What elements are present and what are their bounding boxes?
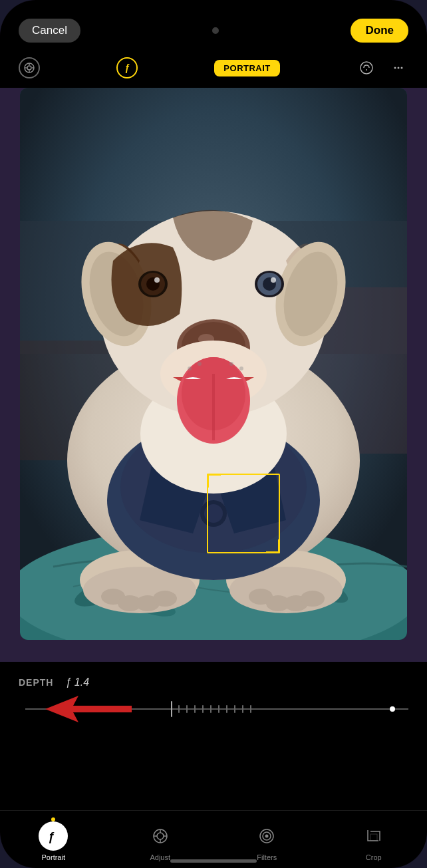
- bottom-panel: DEPTH ƒ 1.4: [0, 662, 427, 868]
- home-indicator: [170, 859, 257, 863]
- red-arrow: [45, 692, 132, 726]
- tick-4: [202, 705, 204, 713]
- photo-background: [20, 88, 407, 640]
- tick-7: [226, 705, 227, 713]
- svg-point-8: [394, 67, 396, 69]
- aperture-icon[interactable]: [19, 57, 40, 78]
- svg-marker-64: [45, 696, 132, 722]
- photo-area: [20, 88, 407, 640]
- tab-filters[interactable]: Filters: [243, 821, 290, 861]
- depth-label: DEPTH: [19, 677, 53, 688]
- f-portrait-icon[interactable]: ƒ: [116, 57, 138, 78]
- svg-point-9: [397, 67, 399, 69]
- svg-point-67: [157, 833, 164, 839]
- adjust-tab-label: Adjust: [150, 853, 170, 861]
- done-button[interactable]: Done: [351, 19, 408, 43]
- tick-5: [210, 705, 212, 713]
- cancel-button[interactable]: Cancel: [19, 19, 80, 43]
- tick-2: [186, 705, 188, 713]
- svg-point-6: [360, 62, 372, 74]
- adjust-icon: [152, 827, 169, 845]
- svg-point-1: [27, 66, 31, 70]
- svg-point-33: [301, 591, 325, 607]
- crop-tab-label: Crop: [366, 853, 382, 861]
- slider-ticks: [178, 705, 408, 713]
- filters-tab-label: Filters: [257, 853, 277, 861]
- mode-bar: ƒ PORTRAIT: [0, 48, 427, 88]
- filters-icon: [258, 827, 275, 845]
- mode-icons-right: [356, 58, 408, 78]
- svg-point-61: [198, 362, 202, 366]
- tick-9: [242, 705, 243, 713]
- depth-header: DEPTH ƒ 1.4: [19, 676, 408, 688]
- svg-point-60: [188, 366, 192, 370]
- svg-point-27: [153, 591, 177, 607]
- portrait-tab-indicator: [51, 817, 55, 821]
- svg-text:ƒ: ƒ: [48, 830, 55, 843]
- filters-tab-icon-wrap: [252, 821, 281, 851]
- tab-adjust[interactable]: Adjust: [137, 821, 184, 861]
- adjust-tab-icon-wrap: [146, 821, 175, 851]
- svg-point-62: [229, 362, 233, 366]
- tick-6: [218, 705, 219, 713]
- tab-portrait[interactable]: ƒ Portrait: [30, 821, 76, 861]
- svg-point-7: [366, 69, 367, 71]
- slider-center-mark: [171, 701, 172, 717]
- tab-crop[interactable]: Crop: [351, 821, 397, 861]
- tick-10: [250, 705, 251, 713]
- camera-dot: [212, 27, 219, 34]
- depth-value: ƒ 1.4: [65, 676, 89, 688]
- portrait-tab-icon-wrap: ƒ: [39, 821, 68, 851]
- phone-frame: Cancel Done ƒ PORTRAIT: [0, 0, 427, 868]
- tick-8: [234, 705, 235, 713]
- portrait-tab-label: Portrait: [42, 853, 65, 861]
- svg-rect-75: [370, 834, 377, 841]
- tick-3: [194, 705, 196, 713]
- portrait-badge[interactable]: PORTRAIT: [214, 60, 279, 76]
- crop-icon: [365, 827, 382, 845]
- svg-point-10: [400, 67, 402, 69]
- depth-slider[interactable]: [25, 699, 408, 719]
- edit-pen-icon[interactable]: [356, 58, 376, 78]
- svg-point-74: [265, 835, 269, 838]
- crop-tab-icon-wrap: [359, 821, 388, 851]
- slider-thumb: [390, 706, 395, 712]
- portrait-icon: ƒ: [45, 827, 62, 845]
- svg-point-47: [154, 277, 160, 283]
- focus-rectangle: [207, 474, 280, 553]
- depth-section: DEPTH ƒ 1.4: [0, 662, 427, 726]
- tick-1: [178, 705, 180, 713]
- more-options-icon[interactable]: [388, 58, 408, 78]
- svg-point-63: [239, 366, 243, 370]
- svg-point-51: [271, 277, 276, 283]
- top-bar: Cancel Done: [0, 0, 427, 48]
